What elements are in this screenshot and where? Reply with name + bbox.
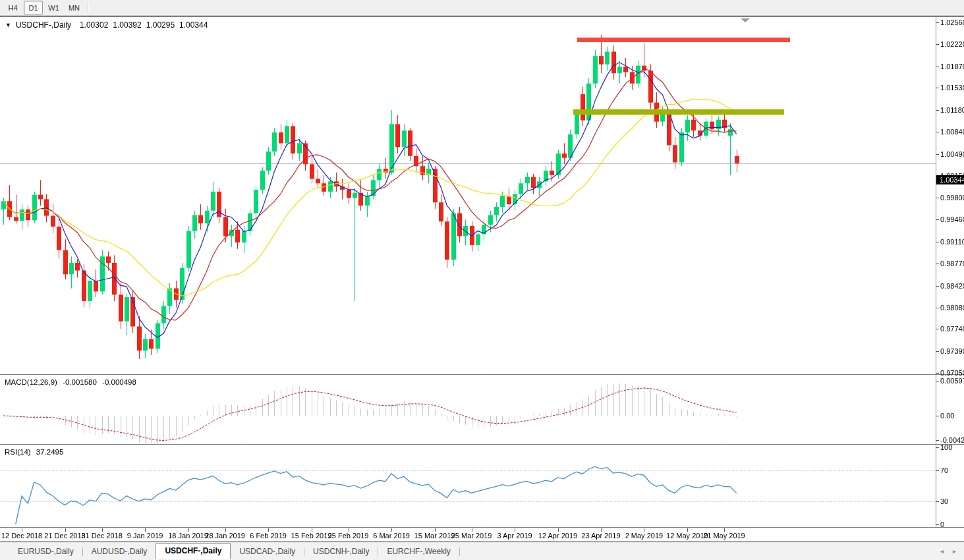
price-axis-tick-label: 1.02220 — [940, 40, 964, 48]
price-axis-tick-label: 1.01180 — [940, 106, 964, 114]
price-axis-tick-label: 0.98080 — [940, 304, 964, 312]
price-axis-tick-label: 0.97050 — [940, 369, 964, 377]
date-axis-label: 12 Dec 2018 — [1, 532, 42, 540]
collapse-triangle-icon[interactable]: ▼ — [5, 22, 11, 28]
tab-scroll-controls: ◂ ▸ — [940, 547, 956, 555]
date-axis-label: 3 Apr 2019 — [497, 532, 532, 540]
rsi-axis-tick-label: 100 — [940, 443, 952, 451]
price-axis-tick-label: 0.98420 — [940, 282, 964, 290]
tab-usdcad-daily[interactable]: USDCAD-,Daily — [231, 545, 304, 559]
tab-eurchf-weekly[interactable]: EURCHF-,Weekly — [378, 545, 459, 559]
date-axis-label: 31 Dec 2018 — [81, 532, 122, 540]
timeframe-button-h4[interactable]: H4 — [3, 1, 22, 14]
price-axis-tick-label: 1.02560 — [940, 18, 964, 26]
date-axis-label: 6 Mar 2019 — [373, 532, 410, 540]
timeframe-button-w1[interactable]: W1 — [44, 1, 63, 14]
price-axis-tick-label: 1.01530 — [940, 84, 964, 92]
macd-axis-tick-label: 0.00597 — [940, 377, 964, 385]
rsi-axis-tick-label: 70 — [940, 466, 948, 474]
macd-name: MACD(12,26,9) — [5, 378, 57, 386]
date-axis-label: 25 Feb 2019 — [328, 532, 369, 540]
tab-scroll-right-icon[interactable]: ▸ — [953, 547, 956, 555]
chart-tab-bar: EURUSD-,Daily AUDUSD-,Daily USDCHF-,Dail… — [0, 543, 964, 560]
tab-scroll-left-icon[interactable]: ◂ — [940, 547, 944, 555]
date-axis-label: 15 Mar 2019 — [414, 532, 455, 540]
price-axis-tick-label: 0.97390 — [940, 347, 964, 355]
date-axis-label: 9 Jan 2019 — [127, 532, 163, 540]
date-axis-label: 15 Feb 2019 — [291, 532, 332, 540]
chart-symbol-label: USDCHF-,Daily — [16, 20, 71, 30]
chart-title: ▼ USDCHF-,Daily 1.00302 1.00392 1.00295 … — [5, 20, 208, 30]
timeframe-button-mn[interactable]: MN — [65, 1, 84, 14]
rsi-name: RSI(14) — [5, 448, 31, 456]
date-axis-label: 23 Apr 2019 — [581, 532, 620, 540]
date-axis-label: 12 May 2019 — [666, 532, 708, 540]
ohlc-close: 1.00344 — [179, 20, 208, 30]
price-axis-tick-label: 0.97740 — [940, 325, 964, 333]
ohlc-open: 1.00302 — [80, 20, 108, 30]
price-axis-tick-label: 0.99460 — [940, 215, 964, 223]
price-axis-tick-label: 1.00150 — [940, 172, 964, 180]
macd-signal-value: -0.000498 — [102, 378, 136, 386]
timeframe-button-d1[interactable]: D1 — [24, 1, 43, 14]
mt4-window: H4 D1 W1 MN ▼ USDCHF-,Daily 1.00302 1.00… — [0, 0, 964, 560]
date-axis-label: 12 Apr 2019 — [538, 532, 577, 540]
price-axis-tick-label: 1.01870 — [940, 63, 964, 70]
date-axis-label: 21 May 2019 — [703, 532, 745, 540]
chart-window: ▼ USDCHF-,Daily 1.00302 1.00392 1.00295 … — [0, 16, 964, 542]
rsi-value: 37.2495 — [36, 448, 64, 456]
chart-canvas[interactable] — [0, 17, 964, 543]
rsi-axis-tick-label: 0 — [940, 520, 944, 528]
macd-main-value: -0.001580 — [63, 378, 97, 386]
date-axis-label: 6 Feb 2019 — [250, 532, 287, 540]
ohlc-high: 1.00392 — [113, 20, 141, 30]
tab-usdcnh-daily[interactable]: USDCNH-,Daily — [304, 545, 378, 559]
ohlc-low: 1.00295 — [146, 20, 175, 30]
timeframe-toolbar: H4 D1 W1 MN — [0, 0, 964, 16]
tab-audusd-daily[interactable]: AUDUSD-,Daily — [83, 545, 156, 559]
price-axis-tick-label: 0.99800 — [940, 194, 964, 202]
date-axis-label: 21 Dec 2018 — [44, 532, 85, 540]
date-axis-label: 18 Jan 2019 — [168, 532, 208, 540]
tab-eurusd-daily[interactable]: EURUSD-,Daily — [9, 545, 82, 559]
date-axis-label: 25 Mar 2019 — [451, 532, 492, 540]
rsi-axis-tick-label: 30 — [940, 497, 948, 505]
tab-separator — [459, 547, 460, 556]
price-axis-tick-label: 0.98770 — [940, 260, 964, 267]
price-axis-tick-label: 1.00490 — [940, 150, 964, 158]
date-axis-label: 2 May 2019 — [625, 532, 663, 540]
tab-usdchf-daily[interactable]: USDCHF-,Daily — [156, 543, 231, 559]
macd-axis-tick-label: 0.00 — [940, 412, 954, 420]
price-axis-tick-label: 1.00840 — [940, 128, 964, 136]
rsi-indicator-label: RSI(14) 37.2495 — [5, 448, 63, 456]
price-axis-tick-label: 0.99110 — [940, 238, 964, 246]
date-axis-label: 28 Jan 2019 — [205, 532, 245, 540]
toolbar-separator — [88, 3, 89, 13]
macd-indicator-label: MACD(12,26,9) -0.001580 -0.000498 — [5, 378, 136, 386]
